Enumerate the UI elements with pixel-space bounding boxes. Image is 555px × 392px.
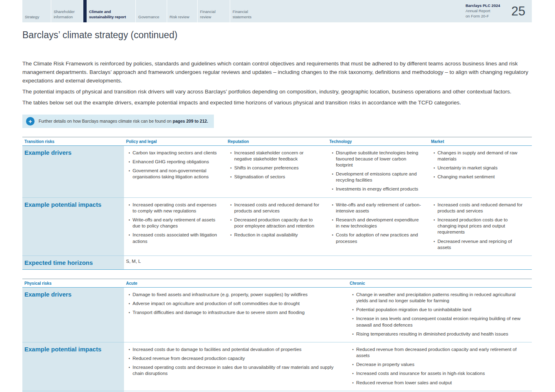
bullet-icon: • — [228, 150, 234, 162]
cell-chronic-drivers: •Change in weather and precipitation pat… — [348, 288, 532, 342]
tab-label: Risk review — [170, 15, 189, 19]
list-item: •Increased costs and reduced demand for … — [228, 202, 320, 214]
bullet-icon: • — [350, 370, 356, 377]
tab-strategy[interactable]: Strategy — [22, 0, 51, 22]
bullet-icon: • — [126, 301, 133, 307]
bullet-icon: • — [431, 217, 437, 236]
page-number: 25 — [507, 0, 532, 22]
time-horizons-value: S, M, L — [124, 256, 226, 269]
bullet-icon: • — [431, 202, 437, 214]
table-row-example-drivers: Example drivers •Carbon tax impacting se… — [22, 146, 532, 198]
tab-climate-and-sustainability-report[interactable]: Climate and sustainability report — [83, 0, 135, 22]
list-item: •Increased stakeholder concern or negati… — [228, 150, 320, 162]
tab-label: Shareholder information — [54, 9, 80, 19]
list-item: •Potential population migration due to u… — [350, 307, 525, 313]
tab-governance[interactable]: Governance — [135, 0, 167, 22]
list-item: •Reduced revenue from decreased producti… — [126, 355, 340, 362]
cell-reputation-impacts: •Increased costs and reduced demand for … — [226, 198, 327, 256]
intro-paragraph-1: The Climate Risk Framework is reinforced… — [22, 60, 532, 85]
bullet-icon: • — [126, 202, 133, 214]
bullet-icon: • — [126, 347, 133, 353]
transition-risks-table: Transition risks Policy and legal Reputa… — [22, 137, 532, 270]
bullet-icon: • — [228, 217, 234, 229]
row-label: Example potential impacts — [22, 342, 124, 391]
row-label: Expected time horizons — [22, 256, 124, 269]
bullet-icon: • — [431, 238, 437, 251]
intro-section: The Climate Risk Framework is reinforced… — [22, 60, 532, 107]
top-navigation: Strategy Shareholder information Climate… — [22, 0, 532, 22]
callout-text-regular: Further details on how Barclays manages … — [39, 119, 173, 123]
bullet-icon: • — [329, 186, 336, 192]
list-item: •Decrease in property values — [350, 362, 525, 368]
list-item: •Carbon tax impacting sectors and client… — [126, 150, 218, 156]
list-item: •Investments in energy efficient product… — [329, 186, 422, 192]
bullet-icon: • — [228, 202, 234, 214]
tab-label: Financial statements — [233, 9, 261, 19]
column-header-market: Market — [429, 137, 532, 145]
bullet-icon: • — [126, 150, 133, 156]
bullet-icon: • — [228, 174, 234, 180]
cell-policy-drivers: •Carbon tax impacting sectors and client… — [124, 146, 226, 197]
tab-label: Governance — [138, 15, 159, 19]
intro-paragraph-2: The potential impacts of physical and tr… — [22, 88, 532, 96]
bullet-icon: • — [350, 362, 356, 368]
bullet-icon: • — [228, 165, 234, 171]
bullet-icon: • — [431, 174, 437, 180]
report-brand: Barclays PLC 2024 Annual Report on Form … — [466, 0, 500, 22]
table-row-example-potential-impacts: Example potential impacts •Increased ope… — [22, 198, 532, 256]
bullet-icon: • — [126, 310, 133, 316]
list-item: •Disruptive substitute technologies bein… — [329, 150, 422, 169]
cell-market-drivers: •Changes in supply and demand of raw mat… — [429, 146, 532, 197]
tab-financial-statements[interactable]: Financial statements — [230, 0, 264, 22]
list-item: •Reduction in capital availability — [228, 232, 320, 238]
tab-financial-review[interactable]: Financial review — [197, 0, 230, 22]
list-item: •Write-offs and early retirement of carb… — [329, 202, 422, 214]
list-item: •Shifts in consumer preferences — [228, 165, 320, 171]
bullet-icon: • — [126, 232, 133, 244]
bullet-icon: • — [126, 159, 133, 165]
list-item: •Increased operating costs and decrease … — [126, 364, 340, 377]
list-item: •Increased costs and insurance for asset… — [350, 370, 525, 377]
bullet-icon: • — [350, 316, 356, 328]
list-item: •Changes in supply and demand of raw mat… — [431, 150, 525, 162]
plus-icon: + — [26, 117, 35, 126]
row-label: Example potential impacts — [22, 198, 124, 256]
list-item: •Damage to fixed assets and infrastructu… — [126, 292, 340, 298]
list-item: •Rising temperatures resulting in dimini… — [350, 331, 525, 337]
brand-title: Barclays PLC 2024 — [466, 3, 500, 9]
list-item: •Development of emissions capture and re… — [329, 171, 422, 183]
bullet-icon: • — [350, 347, 356, 359]
bullet-icon: • — [126, 364, 133, 377]
tab-label: Climate and sustainability report — [89, 9, 132, 19]
tab-label: Strategy — [25, 15, 39, 19]
cell-market-impacts: •Increased costs and reduced demand for … — [429, 198, 532, 256]
further-details-callout[interactable]: + Further details on how Barclays manage… — [22, 115, 214, 128]
cell-reputation-drivers: •Increased stakeholder concern or negati… — [226, 146, 327, 197]
bullet-icon: • — [350, 331, 356, 337]
column-header-chronic: Chronic — [348, 279, 532, 287]
list-item: •Increased costs and reduced demand for … — [431, 202, 525, 214]
list-item: •Decreased production capacity due to po… — [228, 217, 320, 229]
list-item: •Increased costs associated with litigat… — [126, 232, 218, 244]
brand-subtitle-2: on Form 20-F — [466, 14, 500, 19]
tab-shareholder-information[interactable]: Shareholder information — [51, 0, 83, 22]
intro-paragraph-3: The tables below set out the example dri… — [22, 99, 532, 107]
column-header-acute: Acute — [124, 279, 348, 287]
list-item: •Costs for adoption of new practices and… — [329, 232, 422, 244]
bullet-icon: • — [329, 217, 336, 229]
bullet-icon: • — [350, 380, 356, 386]
cell-policy-impacts: •Increased operating costs and expenses … — [124, 198, 226, 256]
list-item: •Increased operating costs and expenses … — [126, 202, 218, 214]
tab-risk-review[interactable]: Risk review — [167, 0, 197, 22]
list-item: •Adverse impact on agriculture and produ… — [126, 301, 340, 307]
cell-chronic-impacts: •Reduced revenue from decreased producti… — [348, 342, 532, 391]
column-header-policy-and-legal: Policy and legal — [124, 137, 226, 145]
bullet-icon: • — [431, 165, 437, 171]
brand-subtitle-1: Annual Report — [466, 9, 500, 14]
bullet-icon: • — [350, 307, 356, 313]
bullet-icon: • — [126, 292, 133, 298]
transition-table-header: Transition risks Policy and legal Reputa… — [22, 137, 532, 146]
list-item: •Reduced revenue from lower sales and ou… — [350, 380, 525, 386]
table-row-example-potential-impacts: Example potential impacts •Increased cos… — [22, 342, 532, 391]
list-item: •Reduced revenue from decreased producti… — [350, 347, 525, 359]
